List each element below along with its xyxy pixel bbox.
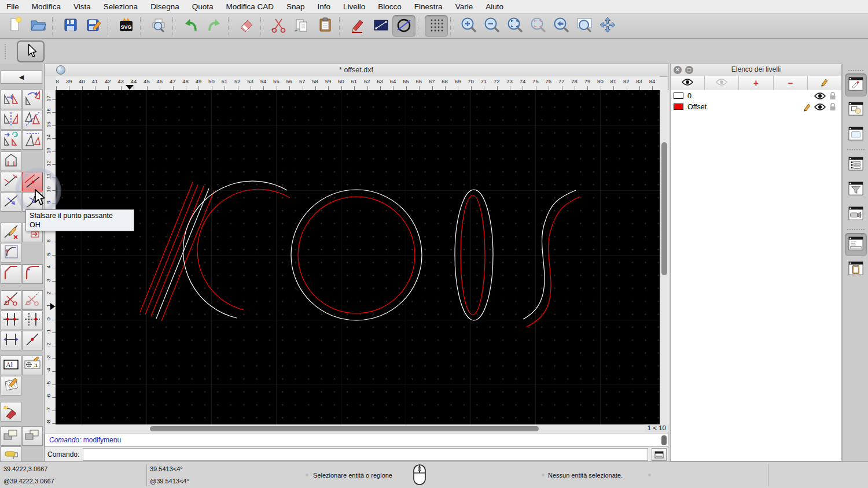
explode-tool[interactable]: [1, 402, 21, 422]
circle-attributes-button[interactable]: [392, 15, 415, 37]
svg-export-button[interactable]: SVG: [115, 15, 138, 37]
hatch-edit-tool[interactable]: [1, 376, 21, 395]
redo-button[interactable]: [203, 15, 226, 37]
projection-panel-button[interactable]: [845, 203, 867, 226]
save-as-button[interactable]: [82, 15, 105, 37]
split-tool[interactable]: [22, 331, 43, 350]
zoom-auto-button[interactable]: [503, 15, 527, 37]
trim-both-tool[interactable]: [1, 310, 21, 330]
zoom-in-button[interactable]: [457, 15, 480, 37]
draw-attributes-button[interactable]: [346, 15, 369, 37]
selection-filter-panel-button[interactable]: [845, 178, 867, 201]
menu-item-file[interactable]: File: [0, 0, 25, 13]
close-panel-icon[interactable]: ✕: [674, 66, 682, 74]
command-input[interactable]: [83, 448, 648, 461]
command-window-toggle-button[interactable]: [652, 448, 667, 461]
cad-entity[interactable]: [291, 190, 422, 320]
command-line-panel-button[interactable]: [845, 233, 867, 256]
block-list-panel-button[interactable]: [845, 98, 867, 121]
library-browser-button[interactable]: [845, 123, 867, 146]
detach-panel-icon[interactable]: □: [685, 66, 693, 74]
divide-marked-tool[interactable]: [22, 290, 43, 310]
cad-entity[interactable]: [461, 195, 485, 315]
text-edit-tool[interactable]: Al: [1, 356, 21, 375]
menu-item-disegna[interactable]: Disegna: [144, 0, 186, 13]
mirror-tool[interactable]: [1, 110, 21, 130]
round-corner-tool[interactable]: [1, 243, 21, 263]
edit-layer-button[interactable]: [808, 76, 841, 90]
new-file-button[interactable]: [3, 15, 27, 37]
menu-item-livello[interactable]: Livello: [337, 0, 372, 13]
vertical-scrollbar-thumb[interactable]: [661, 142, 667, 275]
menu-item-blocco[interactable]: Blocco: [372, 0, 408, 13]
menu-item-vista[interactable]: Vista: [67, 0, 97, 13]
hide-all-layers-button[interactable]: [705, 76, 739, 90]
menu-item-modifica[interactable]: Modifica: [25, 0, 67, 13]
mirror-axis-tool[interactable]: [22, 110, 43, 130]
cad-entity[interactable]: [183, 181, 287, 318]
undo-button[interactable]: [179, 15, 203, 37]
cut-button[interactable]: +: [267, 15, 290, 37]
offset-tool[interactable]: [22, 172, 43, 191]
zoom-previous-button[interactable]: [550, 15, 573, 37]
layer-edit-pencil-icon[interactable]: [801, 102, 814, 112]
layer-visibility-eye-icon[interactable]: [814, 92, 826, 100]
to-front-tool[interactable]: [1, 426, 21, 446]
layer-lock-icon[interactable]: [826, 91, 839, 100]
layer-visibility-eye-icon[interactable]: [814, 103, 826, 111]
open-file-button[interactable]: [27, 15, 50, 37]
add-layer-button[interactable]: +: [739, 76, 773, 90]
menu-item-seleziona[interactable]: Seleziona: [97, 0, 144, 13]
menu-item-info[interactable]: Info: [311, 0, 337, 13]
lengthen-tool[interactable]: [1, 331, 21, 350]
layer-list-panel-button[interactable]: [845, 73, 867, 97]
grid-toggle-button[interactable]: [425, 15, 448, 37]
menu-item-quota[interactable]: Quota: [186, 0, 220, 13]
trim-tool[interactable]: [1, 172, 21, 191]
to-back-tool[interactable]: [22, 426, 43, 446]
menu-item-finestra[interactable]: Finestra: [408, 0, 449, 13]
select-tool-button[interactable]: [17, 40, 45, 62]
layer-row-offset[interactable]: Offset: [671, 101, 841, 112]
edit-delete-tool[interactable]: [1, 223, 21, 242]
canvas-horizontal-scrollbar[interactable]: [56, 424, 645, 433]
horizontal-scrollbar-thumb[interactable]: [150, 426, 539, 431]
divide-tool[interactable]: [1, 290, 21, 310]
show-all-layers-button[interactable]: [671, 76, 705, 90]
layer-lock-icon[interactable]: [826, 102, 839, 111]
delete-button[interactable]: [235, 15, 258, 37]
scale-tool[interactable]: [22, 130, 43, 150]
zoom-pan-button[interactable]: [596, 15, 619, 37]
paste-button[interactable]: [314, 15, 337, 37]
zoom-redraw-button[interactable]: [527, 15, 550, 37]
rotate-tool[interactable]: [22, 90, 43, 109]
canvas-vertical-scrollbar[interactable]: [660, 90, 669, 424]
move-rotate-tool[interactable]: [1, 130, 21, 150]
dimension-edit-tool[interactable]: .1: [22, 356, 43, 375]
zoom-window-button[interactable]: [573, 15, 596, 37]
cad-entity[interactable]: [197, 189, 290, 310]
zoom-out-button[interactable]: [480, 15, 503, 37]
menu-item-varie[interactable]: Varie: [449, 0, 480, 13]
entity-list-panel-button[interactable]: [845, 153, 867, 176]
layer-row-0[interactable]: 0: [671, 90, 841, 101]
fillet-tool[interactable]: [22, 264, 43, 284]
drawing-canvas[interactable]: [56, 90, 660, 424]
move-copy-tool[interactable]: [1, 90, 21, 109]
cad-entity[interactable]: [298, 197, 415, 313]
bend-tool[interactable]: [22, 192, 43, 212]
cad-entity[interactable]: [151, 186, 204, 316]
menu-item-modifica-cad[interactable]: Modifica CAD: [219, 0, 280, 13]
clipboard-panel-button[interactable]: [845, 258, 867, 281]
cad-entity[interactable]: [527, 197, 580, 327]
remove-layer-button[interactable]: −: [774, 76, 808, 90]
history-scrollbar-thumb[interactable]: [661, 435, 667, 445]
stretch-tool[interactable]: [1, 192, 21, 212]
line-attributes-button[interactable]: [369, 15, 392, 37]
menu-item-snap[interactable]: Snap: [280, 0, 311, 13]
tools-back-button[interactable]: ◀: [1, 71, 42, 84]
bevel-tool[interactable]: [1, 264, 21, 284]
copy-button[interactable]: +: [290, 15, 314, 37]
modify-shape-tool[interactable]: [1, 151, 21, 171]
save-button[interactable]: [59, 15, 82, 37]
